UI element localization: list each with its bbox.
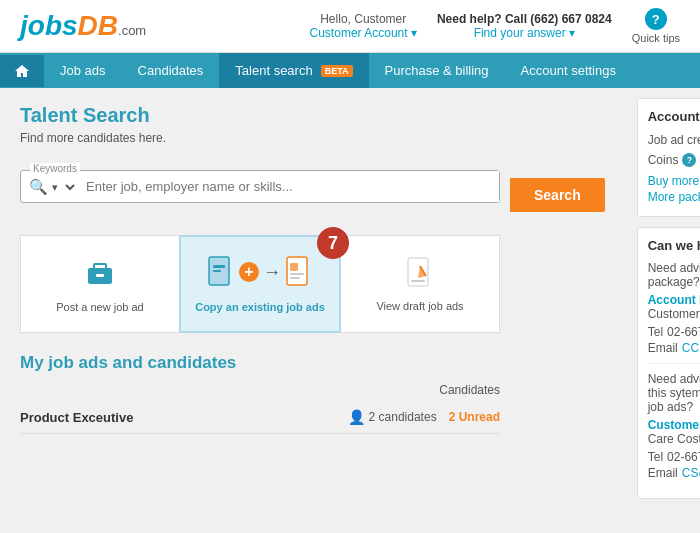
- nav-item-talent-search[interactable]: Talent search BETA: [219, 53, 368, 88]
- email1-row: Email CC@jobsdb.co.th: [648, 341, 700, 355]
- customer-support-label: Customer Support: [648, 418, 700, 432]
- header-hello: Hello, Customer Customer Account ▾: [310, 12, 417, 40]
- table-row: Product Exceutive 👤 2 candidates 2 Unrea…: [20, 401, 500, 434]
- svg-rect-7: [290, 263, 298, 271]
- section-title: My job ads and candidates: [20, 353, 605, 373]
- nav-item-candidates[interactable]: Candidates: [122, 53, 220, 88]
- dest-doc-icon: [285, 255, 313, 289]
- search-label: Keywords: [20, 155, 605, 170]
- candidates-count: 👤 2 candidates: [348, 409, 437, 425]
- svg-rect-5: [213, 270, 221, 272]
- nav-item-job-ads[interactable]: Job ads: [44, 53, 122, 88]
- action-cards: Post a new job ad 7 +: [20, 235, 500, 333]
- account-manager-label: Account Manager: [648, 293, 700, 307]
- search-icon-wrapper: 🔍 ▾: [21, 178, 82, 196]
- tel2-row: Tel 02-667-0700: [648, 450, 700, 464]
- header-need-help: Need help? Call (662) 667 0824 Find your…: [437, 12, 612, 40]
- can-we-help-title: Can we help: [648, 238, 700, 253]
- customer-care-label: Customer Care: [648, 307, 700, 321]
- pencil-icon: [406, 256, 434, 292]
- nav-item-account-settings[interactable]: Account settings: [505, 53, 632, 88]
- nav-item-purchase-billing[interactable]: Purchase & billing: [369, 53, 505, 88]
- email2-row: Email CS@jobsdb.co.th: [648, 466, 700, 480]
- logo-jobs: jobs: [20, 10, 78, 42]
- view-draft-label: View draft job ads: [376, 300, 463, 312]
- svg-rect-2: [96, 274, 104, 277]
- beta-badge: BETA: [321, 65, 353, 77]
- tel2-value: 02-667-0700: [667, 450, 700, 464]
- svg-rect-4: [213, 265, 225, 268]
- logo-com: .com: [118, 23, 146, 38]
- unread-count: 2 Unread: [449, 410, 500, 424]
- post-new-job-card[interactable]: Post a new job ad: [20, 235, 179, 333]
- post-new-job-label: Post a new job ad: [56, 301, 143, 313]
- copy-existing-job-label: Copy an existing job ads: [195, 301, 325, 313]
- page-subtitle: Find more candidates here.: [20, 131, 605, 145]
- copy-icon: + →: [207, 255, 313, 289]
- home-icon: [14, 63, 30, 79]
- customer-account-link[interactable]: Customer Account ▾: [310, 26, 417, 40]
- search-glass-icon: 🔍: [29, 178, 48, 196]
- content-right: Account status Job ad credits 1 Coins ? …: [625, 88, 700, 519]
- search-input[interactable]: [82, 171, 499, 202]
- search-row: 🔍 ▾: [20, 170, 500, 203]
- svg-rect-8: [290, 273, 304, 275]
- top-header: jobs DB .com Hello, Customer Customer Ac…: [0, 0, 700, 53]
- candidate-icon: 👤: [348, 409, 365, 425]
- can-we-help-panel: Can we help Need advice on package? Acco…: [637, 227, 700, 499]
- briefcase-icon: [82, 255, 118, 293]
- quick-tips-icon: ?: [645, 8, 667, 30]
- find-answer-link[interactable]: Find your answer ▾: [474, 26, 575, 40]
- tel1-row: Tel 02-667-0700: [648, 325, 700, 339]
- nav-bar: Job ads Candidates Talent search BETA Pu…: [0, 53, 700, 88]
- more-package-info-link[interactable]: More package info: [648, 190, 700, 204]
- logo: jobs DB .com: [20, 10, 146, 42]
- arrow-icon: →: [263, 262, 281, 283]
- copy-existing-job-card[interactable]: 7 + →: [179, 235, 341, 333]
- coins-row: Coins ? 3980: [648, 152, 700, 168]
- content-left: Talent Search Find more candidates here.…: [0, 88, 625, 519]
- svg-rect-13: [411, 280, 425, 282]
- search-button[interactable]: Search: [510, 178, 605, 212]
- svg-rect-1: [94, 264, 106, 270]
- account-status-panel: Account status Job ad credits 1 Coins ? …: [637, 98, 700, 217]
- system-label: Need advice on using this sytem or posti…: [648, 372, 700, 414]
- plus-icon: +: [239, 262, 259, 282]
- badge-7: 7: [317, 227, 349, 259]
- header-right: Hello, Customer Customer Account ▾ Need …: [310, 8, 680, 44]
- buy-more-credits-link[interactable]: Buy more credits: [648, 174, 700, 188]
- job-ad-credits-row: Job ad credits 1: [648, 132, 700, 148]
- job-ads-list: Product Exceutive 👤 2 candidates 2 Unrea…: [20, 401, 500, 434]
- account-status-title: Account status: [648, 109, 700, 124]
- source-doc-icon: [207, 255, 235, 289]
- page-title: Talent Search: [20, 104, 605, 127]
- email1-link[interactable]: CC@jobsdb.co.th: [682, 341, 700, 355]
- svg-rect-9: [290, 277, 300, 279]
- view-draft-card[interactable]: View draft job ads: [341, 235, 500, 333]
- coins-help-icon[interactable]: ?: [682, 153, 696, 167]
- job-name: Product Exceutive: [20, 410, 348, 425]
- search-type-dropdown[interactable]: ▾: [48, 180, 78, 194]
- quick-tips[interactable]: ? Quick tips: [632, 8, 680, 44]
- logo-db: DB: [78, 10, 118, 42]
- care-costomer-label: Care Costomer: [648, 432, 700, 446]
- nav-home-button[interactable]: [0, 55, 44, 87]
- email2-link[interactable]: CS@jobsdb.co.th: [682, 466, 700, 480]
- tel1-value: 02-667-0700: [667, 325, 700, 339]
- candidates-header: Candidates: [20, 383, 500, 397]
- advice-label: Need advice on package?: [648, 261, 700, 289]
- main-content: Talent Search Find more candidates here.…: [0, 88, 700, 519]
